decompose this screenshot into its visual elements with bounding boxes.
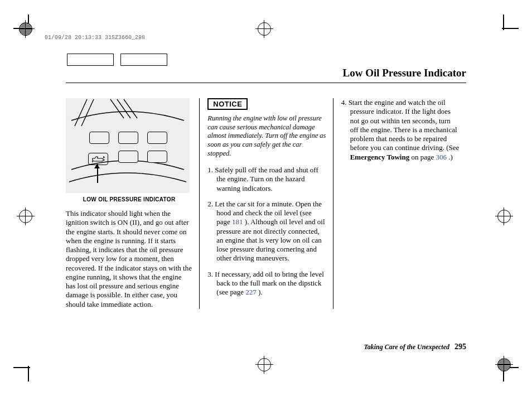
crop-mark: [502, 28, 519, 29]
page-footer: Taking Care of the Unexpected 295: [364, 342, 466, 351]
column-1: LOW OIL PRESSURE INDICATOR This indicato…: [66, 98, 199, 309]
dashboard-diagram: [66, 98, 190, 193]
svg-line-0: [110, 99, 124, 118]
gauge-box: [147, 132, 167, 144]
page-number: 295: [454, 342, 466, 351]
svg-point-5: [92, 161, 93, 162]
column-2: NOTICE Running the engine with low oil p…: [199, 98, 332, 309]
steps-list: Safely pull off the road and shut off th…: [207, 166, 326, 297]
registration-mark-icon: [258, 358, 273, 374]
intro-paragraph: This indicator should light when the ign…: [66, 209, 192, 309]
step-text: If necessary, add oil to bring the level…: [215, 270, 324, 297]
step-2: Let the car sit for a minute. Open the h…: [207, 200, 326, 263]
step-text: on page: [409, 153, 436, 161]
step-4: Start the engine and watch the oil press…: [341, 98, 460, 162]
diagram-caption: LOW OIL PRESSURE INDICATOR: [66, 196, 192, 202]
svg-line-3: [75, 99, 87, 126]
step-text: .): [447, 153, 453, 161]
step-1: Safely pull off the road and shut off th…: [207, 166, 326, 193]
oil-pressure-icon: [88, 153, 108, 165]
print-timestamp: 01/09/28 20:13:33 31SZ3660_298: [45, 35, 145, 41]
gauge-box: [118, 132, 138, 144]
title-rule: [66, 83, 466, 83]
gauge-box: [147, 151, 167, 163]
page-link[interactable]: 181: [232, 218, 243, 226]
notice-label: NOTICE: [207, 98, 248, 110]
svg-line-1: [117, 99, 130, 118]
dashboard-svg: [66, 98, 190, 193]
nav-box-next[interactable]: [120, 54, 167, 66]
callout-arrow-head: [94, 164, 100, 168]
crop-mark: [503, 15, 504, 30]
svg-line-4: [81, 99, 94, 126]
page-link[interactable]: 227: [245, 288, 257, 296]
column-3: Start the engine and watch the oil press…: [333, 98, 466, 309]
page-title: Low Oil Pressure Indicator: [343, 67, 467, 79]
gauge-box: [89, 132, 109, 144]
notice-text: Running the engine with low oil pressure…: [207, 114, 326, 158]
step-text: Safely pull off the road and shut off th…: [215, 166, 318, 192]
step-3: If necessary, add oil to bring the level…: [207, 270, 326, 297]
nav-box-prev[interactable]: [67, 54, 114, 66]
registration-mark-icon: [19, 22, 35, 38]
page-link[interactable]: 306: [436, 153, 447, 161]
registration-mark-icon: [497, 210, 513, 225]
registration-mark-icon: [497, 358, 513, 374]
step-text: ).: [257, 288, 263, 296]
registration-mark-icon: [19, 210, 35, 225]
step-text: Start the engine and watch the oil press…: [349, 98, 460, 152]
emergency-towing-bold: Emergency Towing: [350, 153, 410, 161]
crop-mark: [28, 366, 29, 381]
steps-list-cont: Start the engine and watch the oil press…: [341, 98, 460, 162]
gauge-box: [118, 151, 138, 163]
registration-mark-icon: [258, 22, 273, 38]
top-link-boxes: [67, 54, 167, 66]
svg-line-2: [124, 99, 137, 118]
section-title: Taking Care of the Unexpected: [364, 343, 449, 351]
